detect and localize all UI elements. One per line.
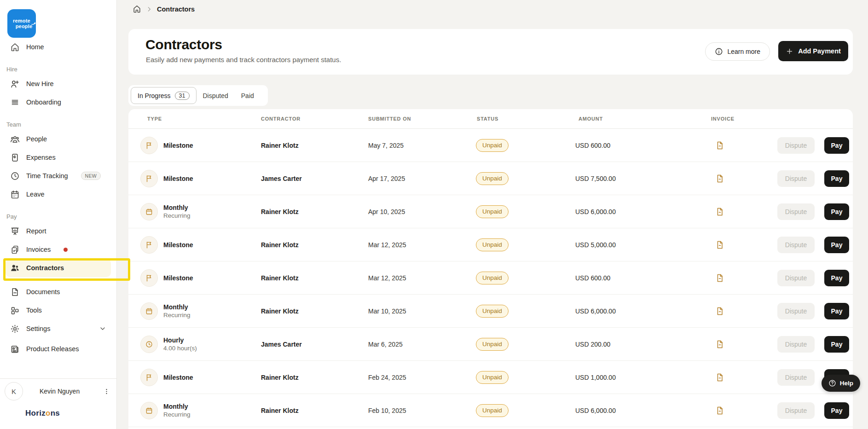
- sidebar-item-people[interactable]: People: [6, 130, 111, 148]
- sidebar-item-contractors[interactable]: Contractors: [6, 259, 111, 277]
- tab-paid[interactable]: Paid: [235, 87, 260, 104]
- amount: USD 7,500.00: [575, 175, 710, 182]
- new-badge: NEW: [81, 172, 101, 180]
- invoice-document-icon[interactable]: [715, 340, 724, 349]
- sidebar-item-product-releases[interactable]: Product Releases: [6, 340, 111, 358]
- table-row: MilestoneJames CarterApr 17, 2025UnpaidU…: [128, 162, 853, 195]
- stacked-lines-icon: [10, 98, 20, 107]
- type-cell: Milestone: [140, 269, 261, 287]
- amount: USD 600.00: [575, 142, 710, 149]
- sidebar-item-label: Time Tracking: [26, 172, 68, 180]
- type-cell: MonthlyRecurring: [140, 302, 261, 320]
- avatar[interactable]: K: [5, 382, 23, 400]
- payments-table: TYPE CONTRACTOR SUBMITTED ON STATUS AMOU…: [128, 109, 853, 429]
- sidebar-item-expenses[interactable]: Expenses: [6, 148, 111, 167]
- dispute-button[interactable]: Dispute: [777, 402, 815, 419]
- invoice-document-icon[interactable]: [715, 406, 724, 415]
- invoice-document-icon[interactable]: [715, 307, 724, 316]
- recurring-calendar-icon: [145, 406, 153, 415]
- sidebar-item-new-hire[interactable]: New Hire: [6, 75, 111, 93]
- dispute-button[interactable]: Dispute: [777, 237, 815, 253]
- invoice-cell: [710, 406, 777, 415]
- payment-type: Milestone: [163, 274, 193, 282]
- col-header-status: STATUS: [477, 116, 498, 122]
- dispute-button[interactable]: Dispute: [777, 170, 815, 187]
- dispute-button[interactable]: Dispute: [777, 203, 815, 220]
- sidebar-item-home[interactable]: Home: [6, 38, 111, 56]
- sidebar-item-leave[interactable]: Leave: [6, 185, 111, 203]
- pay-button[interactable]: Pay: [824, 237, 849, 253]
- remote-people-logo[interactable]: remote people: [7, 9, 36, 38]
- pay-button[interactable]: Pay: [824, 336, 849, 353]
- contractor-name: James Carter: [261, 175, 368, 182]
- sidebar-item-documents[interactable]: Documents: [6, 283, 111, 301]
- help-button[interactable]: Help: [822, 375, 860, 392]
- contractors-people-icon: [10, 263, 20, 273]
- invoice-document-icon[interactable]: [715, 141, 724, 150]
- hourly-clock-icon: [145, 340, 153, 348]
- person-plus-icon: [10, 79, 20, 89]
- user-account-row[interactable]: K Kevin Nguyen: [5, 382, 111, 400]
- contractor-name: Rainer Klotz: [261, 407, 368, 414]
- table-row: MonthlyRecurringRainer KlotzFeb 10, 2025…: [128, 394, 853, 427]
- table-row: MilestoneRainer KlotzMar 12, 2025UnpaidU…: [128, 228, 853, 261]
- dispute-button[interactable]: Dispute: [777, 303, 815, 319]
- col-header-contractor: CONTRACTOR: [261, 116, 301, 122]
- pay-button[interactable]: Pay: [824, 402, 849, 419]
- sidebar-item-onboarding[interactable]: Onboarding: [6, 93, 111, 111]
- sidebar-item-report[interactable]: Report: [6, 222, 111, 240]
- amount: USD 6,000.00: [575, 407, 710, 414]
- sidebar-item-tools[interactable]: Tools: [6, 301, 111, 319]
- clock-icon: [10, 171, 20, 181]
- in-progress-count-badge: 31: [175, 92, 190, 100]
- sidebar: remote people Home Hire New Hire Onboard…: [0, 0, 117, 429]
- invoice-document-icon[interactable]: [715, 240, 724, 249]
- user-menu-kebab-icon[interactable]: [102, 387, 111, 396]
- tab-disputed[interactable]: Disputed: [197, 87, 235, 104]
- sidebar-item-label: Documents: [26, 288, 60, 296]
- type-cell: Hourly4.00 hour(s): [140, 336, 261, 353]
- invoice-cell: [710, 207, 777, 216]
- dispute-button[interactable]: Dispute: [777, 270, 815, 286]
- payment-type: Milestone: [163, 241, 193, 249]
- invoice-document-icon[interactable]: [715, 373, 724, 382]
- dispute-button[interactable]: Dispute: [777, 137, 815, 154]
- add-payment-button[interactable]: Add Payment: [778, 41, 848, 61]
- sidebar-item-settings[interactable]: Settings: [6, 319, 111, 338]
- invoice-document-icon[interactable]: [715, 207, 724, 216]
- status-badge: Unpaid: [476, 272, 509, 284]
- breadcrumb-home-icon[interactable]: [133, 5, 141, 13]
- contractor-name: Rainer Klotz: [261, 208, 368, 215]
- actions-cell: DisputePay: [777, 303, 853, 319]
- actions-cell: DisputePay: [777, 170, 853, 187]
- sidebar-item-time-tracking[interactable]: Time Tracking NEW: [6, 167, 111, 185]
- contractor-name: James Carter: [261, 341, 368, 348]
- dispute-button[interactable]: Dispute: [777, 336, 815, 353]
- sidebar-item-label: Settings: [26, 325, 50, 332]
- tab-in-progress[interactable]: In Progress 31: [131, 87, 197, 104]
- invoice-document-icon[interactable]: [715, 174, 724, 183]
- pay-button[interactable]: Pay: [824, 137, 849, 154]
- sidebar-section-team: Team: [6, 119, 111, 130]
- table-row: MonthlyRecurringRainer KlotzMar 10, 2025…: [128, 295, 853, 328]
- pay-button[interactable]: Pay: [824, 170, 849, 187]
- pay-button[interactable]: Pay: [824, 270, 849, 286]
- invoice-cell: [710, 240, 777, 249]
- logo-line2: people: [16, 23, 33, 29]
- status-badge: Unpaid: [476, 139, 509, 152]
- milestone-flag-icon: [145, 174, 153, 183]
- invoice-document-icon[interactable]: [715, 273, 724, 283]
- pay-button[interactable]: Pay: [824, 203, 849, 220]
- contractor-name: Rainer Klotz: [261, 374, 368, 381]
- amount: USD 5,000.00: [575, 241, 710, 249]
- learn-more-button[interactable]: Learn more: [705, 42, 770, 61]
- dispute-button[interactable]: Dispute: [777, 369, 815, 386]
- info-icon: [715, 47, 723, 56]
- invoices-alert-dot: [64, 248, 68, 252]
- page-subtitle: Easily add new payments and track contra…: [146, 56, 341, 64]
- sidebar-item-invoices[interactable]: Invoices: [6, 240, 111, 259]
- horizons-logo: Horizons: [25, 409, 60, 418]
- pay-button[interactable]: Pay: [824, 303, 849, 319]
- payment-type: Monthly: [163, 303, 191, 311]
- document-icon: [10, 287, 20, 297]
